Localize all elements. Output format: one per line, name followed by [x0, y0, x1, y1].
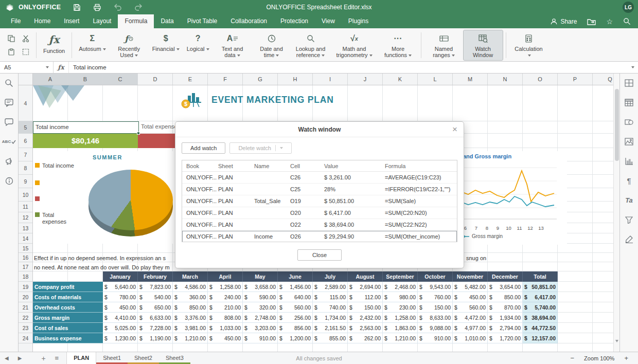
sheet-tab-sheet2[interactable]: Sheet2 [128, 352, 159, 364]
table-cell[interactable]: $640.00 [278, 292, 313, 302]
zoom-out-button[interactable]: − [566, 352, 579, 364]
table-cell[interactable]: $910.00 [243, 333, 278, 343]
table-cell[interactable]: $7,823.00 [138, 282, 173, 292]
function-button[interactable]: ƒx Function [40, 30, 68, 60]
column-header-A[interactable]: A [33, 74, 68, 85]
table-cell[interactable]: $1,010.00 [453, 333, 488, 343]
row-header-17[interactable]: 17 [19, 262, 32, 271]
row-header-23[interactable]: 23 [19, 323, 32, 333]
insert-function-button[interactable]: ƒx [54, 62, 69, 73]
save-button[interactable] [73, 4, 81, 11]
table-cell[interactable]: $115.00 [313, 292, 348, 302]
table-cell[interactable]: $590.00 [243, 292, 278, 302]
table-cell[interactable]: $1,230.00 [103, 333, 138, 343]
close-button[interactable]: Close [297, 249, 342, 261]
table-total-cell[interactable]: $6,417.00 [523, 292, 558, 302]
table-cell[interactable]: $540.00 [138, 292, 173, 302]
table-cell[interactable]: $856.00 [278, 323, 313, 333]
cell-name-box[interactable]: A5 [0, 62, 54, 73]
text-art-settings-icon[interactable]: Ta [625, 195, 633, 206]
sheet-tab-sheet3[interactable]: Sheet3 [159, 352, 190, 364]
table-cell[interactable]: $450.00 [208, 333, 243, 343]
row-header-20[interactable]: 20 [19, 292, 32, 302]
add-sheet-button[interactable]: + [37, 352, 50, 364]
table-cell[interactable]: $1,456.00 [278, 282, 313, 292]
menu-tab-file[interactable]: File [4, 14, 27, 28]
table-cell[interactable]: $240.00 [208, 292, 243, 302]
column-header-G[interactable]: G [243, 74, 278, 85]
sheet-list-button[interactable]: ≡ [50, 352, 64, 364]
about-icon[interactable] [5, 175, 13, 186]
data-table[interactable]: JanuaryFebruaryMarchAprilMayJuneJulyAugu… [33, 271, 558, 343]
row-header-5[interactable]: 5 [19, 121, 32, 134]
table-settings-icon[interactable] [625, 97, 633, 108]
vertical-scrollbar[interactable] [613, 74, 619, 352]
namebox-caret-icon[interactable] [46, 66, 49, 68]
column-header-F[interactable]: F [208, 74, 243, 85]
select-all-corner[interactable] [19, 74, 33, 85]
table-cell[interactable]: $760.00 [418, 292, 453, 302]
table-cell[interactable]: $210.00 [208, 302, 243, 313]
table-cell[interactable]: $1,934.00 [488, 313, 523, 323]
print-button[interactable] [93, 4, 101, 11]
table-cell[interactable]: $1,258.00 [383, 313, 418, 323]
table-cell[interactable]: $150.00 [418, 302, 453, 313]
row-header-24[interactable]: 24 [19, 333, 32, 343]
table-cell[interactable]: $650.00 [138, 302, 173, 313]
scroll-down-icon[interactable] [615, 340, 618, 342]
row-header-15[interactable]: 15 [19, 244, 32, 253]
delete-watch-button[interactable]: Delete watch [229, 142, 292, 154]
table-cell[interactable]: $450.00 [103, 302, 138, 313]
table-cell[interactable]: $2,161.50 [313, 323, 348, 333]
table-cell[interactable]: $112.00 [348, 292, 383, 302]
favorite-star-icon[interactable]: ☆ [606, 17, 613, 26]
table-cell[interactable]: $560.00 [453, 302, 488, 313]
row-header-19[interactable]: 19 [19, 282, 32, 292]
menu-tab-home[interactable]: Home [27, 14, 57, 28]
table-cell[interactable]: $4,472.00 [453, 313, 488, 323]
table-cell[interactable]: $980.00 [383, 292, 418, 302]
table-cell[interactable]: $2,563.00 [348, 323, 383, 333]
table-cell[interactable]: $8,633.00 [418, 313, 453, 323]
menu-tab-data[interactable]: Data [154, 14, 180, 28]
table-cell[interactable]: $5,025.00 [103, 323, 138, 333]
table-cell[interactable]: $320.00 [243, 302, 278, 313]
table-cell[interactable]: $6,633.00 [138, 313, 173, 323]
table-cell[interactable]: $256.00 [278, 313, 313, 323]
column-header-M[interactable]: M [453, 74, 488, 85]
table-total-cell[interactable]: $38,694.00 [523, 313, 558, 323]
next-sheet-icon[interactable]: ▶ [13, 352, 27, 364]
menu-tab-plugins[interactable]: Plugins [342, 14, 375, 28]
pie-chart-object[interactable]: SUMMER Total incomeTotal expenses [33, 151, 180, 244]
table-cell[interactable]: $740.00 [313, 302, 348, 313]
lookup-and-reference-button[interactable]: Lookup and reference [291, 30, 330, 60]
table-cell[interactable]: $3,654.00 [488, 282, 523, 292]
column-header-I[interactable]: I [313, 74, 348, 85]
zoom-in-button[interactable]: + [619, 352, 633, 364]
table-cell[interactable]: $3,981.00 [173, 323, 208, 333]
table-cell[interactable]: $1,863.00 [383, 323, 418, 333]
text-and-data-button[interactable]: A Text and data [213, 30, 252, 60]
table-cell[interactable]: $262.00 [348, 333, 383, 343]
formula-input[interactable]: Total income [69, 64, 626, 70]
row-header-7[interactable]: 7 [19, 148, 32, 161]
recently-used-button[interactable]: ƒ Recently Used [110, 30, 149, 60]
image-settings-icon[interactable] [625, 136, 633, 147]
table-cell[interactable]: $3,376.00 [173, 313, 208, 323]
row-header-6[interactable]: 6 [19, 134, 32, 148]
column-header-N[interactable]: N [488, 74, 523, 85]
menu-tab-collaboration[interactable]: Collaboration [224, 14, 274, 28]
logical-button[interactable]: ? Logical [183, 30, 213, 60]
math-and-trigonometry-button[interactable]: √x Math and trigonometry [330, 30, 379, 60]
table-cell[interactable]: $910.00 [418, 333, 453, 343]
expand-formula-bar-icon[interactable] [626, 66, 638, 68]
table-total-cell[interactable]: $5,740.00 [523, 302, 558, 313]
select-all-button[interactable] [21, 47, 31, 57]
row-header-21[interactable]: 21 [19, 302, 32, 313]
financial-button[interactable]: $ Financial [149, 30, 183, 60]
row-header-9[interactable]: 9 [19, 175, 32, 188]
sheet-tab-plan[interactable]: PLAN [66, 352, 96, 364]
scrollbar-thumb[interactable] [615, 89, 619, 161]
comments-icon[interactable] [5, 97, 13, 108]
column-header-K[interactable]: K [383, 74, 418, 85]
